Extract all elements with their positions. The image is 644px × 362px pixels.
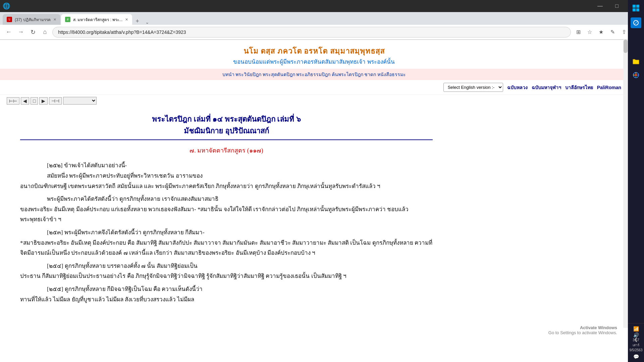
para-254-line2: รู้จักสัมมาทิฐิว่าสัมมาทิฐิ ความรู้ของเธ… — [206, 273, 346, 279]
version-btn-3[interactable]: บาลีอักษรไทย — [565, 84, 593, 91]
window-icon: 🌐 — [3, 2, 10, 10]
first-page-button[interactable]: ⊢⊢ — [7, 97, 19, 105]
svg-rect-1 — [636, 5, 639, 8]
share-button[interactable]: ⇧ — [619, 27, 629, 37]
prev-page-button[interactable]: ◀ — [21, 97, 29, 105]
volume-icon: 🔊 — [633, 332, 639, 338]
forward-button[interactable]: → — [16, 27, 25, 37]
para-252-cont-line2: ของพระอริยะ อันมีเหตุ มีองค์ประกอบ แก่เธ… — [20, 206, 196, 213]
svg-rect-3 — [636, 8, 639, 11]
para-253: [๒๕๓] พระผู้มีพระภาคจึงได้ตรัสดังนี้ว่า … — [20, 228, 433, 258]
new-tab-button[interactable]: + — [133, 18, 142, 25]
tab-menu-button[interactable]: ⌄ — [143, 19, 152, 25]
nav-links-bar: บทนำ พระวินัยปิฎก พระสุตตันตปิฎก พระอภิธ… — [0, 69, 628, 80]
last-page-button[interactable]: ⊣⊣ — [49, 97, 62, 105]
system-time: 3:57 — [633, 338, 639, 342]
chapter-title-line1: พระไตรปิฎก เล่มที่ ๑๔ พระสุตตันตปิฎก เล่… — [20, 113, 433, 125]
system-day: เสาร์ — [633, 343, 639, 348]
back-button[interactable]: ← — [4, 27, 13, 37]
para-252-line1: สมัยหนึ่ง พระผู้มีพระภาคประทับอยู่ที่พระ… — [47, 171, 433, 181]
chapter-title: พระไตรปิฎก เล่มที่ ๑๔ พระสุตตันตปิฎก เล่… — [20, 113, 433, 137]
wifi-icon: 📶 — [633, 326, 639, 331]
scroll-thumb[interactable] — [624, 40, 628, 53]
para-252-cont: พระผู้มีพระภาคได้ตรัสดังนี้ว่า ดูกรภิกษุ… — [20, 194, 433, 225]
tab-sutta[interactable]: ส ส. มหาจัตตารีสกสูตร : พระ... ✕ — [61, 14, 132, 25]
edge-browser-icon[interactable] — [631, 17, 641, 28]
site-header: นโม ตสฺส ภควโต อรหโต สมฺมาสมฺพุทธสฺส ขอน… — [0, 40, 628, 69]
favorites-button[interactable]: ★ — [596, 27, 606, 37]
reload-button[interactable]: ↻ — [28, 27, 38, 37]
para-252-num: [๒๕๒] ข้าพเจ้าได้สดับมาอย่างนี้- — [47, 161, 433, 171]
section-title: ๗. มหาจัตตารีสกสูตร (๑๑๗) — [20, 145, 433, 155]
para-252-line2: อนาถบิณฑิกเศรษฐี เขตพระนครสาวัตถี สมัยนั… — [20, 183, 214, 189]
windows-logo-icon[interactable] — [631, 3, 641, 13]
address-bar[interactable] — [52, 27, 571, 38]
page-select[interactable] — [63, 97, 97, 105]
version-btn-4[interactable]: PaliRoman — [597, 85, 621, 90]
tab-close-1[interactable]: ✕ — [53, 17, 56, 22]
svg-rect-2 — [633, 8, 636, 11]
site-subtitle: ขอนอบน้อมแต่พระผู้มีพระภาคอรหันตสัมมาสัม… — [0, 57, 628, 66]
para-252-cont-line1: พระผู้มีพระภาคได้ตรัสดังนี้ว่า ดูกรภิกษุ… — [47, 194, 433, 204]
maximize-button[interactable]: □ — [609, 0, 625, 12]
toolbar-row: Select English version :- ฉบับหลวง ฉบับม… — [0, 80, 628, 95]
tab-pali[interactable]: ป (37) ปฏิสัมภิทามรรค ✕ — [3, 14, 60, 25]
svg-rect-0 — [633, 5, 636, 8]
para-255-line1: ทานที่ให้แล้ว ไม่มีผล ยัญที่บูชาแล้ว ไม่… — [20, 296, 194, 303]
para-255: [๒๕๕] ดูกรภิกษุทั้งหลาย กีมิจฉาทิฐิเป็นโ… — [20, 284, 433, 305]
para-253-line2: สัมมาวาจา สัมมากัมมันตะ สัมมาอาชีวะ สัมม… — [194, 240, 371, 246]
tab-close-2[interactable]: ✕ — [125, 17, 128, 22]
tab-favicon-2: ส — [65, 17, 70, 22]
tab-label-1: (37) ปฏิสัมภิทามรรค — [15, 16, 51, 23]
notification-icon[interactable]: 💬 — [633, 354, 639, 359]
para-255-num: [๒๕๕] ดูกรภิกษุทั้งหลาย กีมิจฉาทิฐิเป็นโ… — [47, 284, 433, 295]
text-body: [๒๕๒] ข้าพเจ้าได้สดับมาอย่างนี้- สมัยหนึ… — [20, 161, 433, 305]
content-area: พระไตรปิฎก เล่มที่ ๑๔ พระสุตตันตปิฎก เล่… — [0, 107, 453, 314]
chapter-title-line2: มัชฌิมนิกาย อุปริปัณณาสก์ — [20, 125, 433, 137]
collections-button[interactable]: ⊞ — [574, 27, 583, 37]
scrollbar[interactable] — [623, 40, 628, 328]
svg-point-5 — [635, 74, 637, 76]
para-254-num: [๒๕๔] ดูกรภิกษุทั้งหลาย บรรดาองค์ทั้ง ๗ … — [47, 261, 433, 272]
para-253-line1: *สมาธิของพระอริยะ อันมีเหตุ มีองค์ประกอบ… — [20, 240, 192, 246]
version-btn-1[interactable]: ฉบับหลวง — [507, 84, 528, 91]
nav-bar: ← → ↻ ⌂ ⊞ ☆ ★ ✎ ⇧ ⋯ — [0, 25, 644, 40]
tab-favicon-1: ป — [7, 17, 12, 22]
nav-links-text: บทนำ พระวินัยปิฎก พระสุตตันตปิฎก พระอภิธ… — [222, 72, 406, 77]
tab-label-2: ส. มหาจัตตารีสกสูตร : พระ... — [73, 16, 123, 23]
tab-bar: ป (37) ปฏิสัมภิทามรรค ✕ ส ส. มหาจัตตารีส… — [0, 12, 644, 25]
nav-arrows-row: ⊢⊢ ◀ □ ▶ ⊣⊣ — [0, 95, 628, 107]
reader-mode-button[interactable]: ✎ — [608, 27, 617, 37]
home-button[interactable]: ⌂ — [40, 27, 50, 37]
para-253-num: [๒๕๓] พระผู้มีพระภาคจึงได้ตรัสดังนี้ว่า … — [47, 228, 433, 238]
minimize-button[interactable]: — — [592, 0, 608, 12]
title-bar: 🌐 — □ ✕ — [0, 0, 644, 12]
para-253-line4: เรียกว่า สัมมาสมาธิของพระอริยะ อันมีเหตุ… — [154, 250, 315, 256]
next-page-button[interactable]: ▶ — [39, 97, 48, 105]
main-content: นโม ตสฺส ภควโต อรหโต สมฺมาสมฺพุทธสฺส ขอน… — [0, 40, 628, 362]
chapter-divider — [20, 139, 433, 140]
favorite-button[interactable]: ☆ — [585, 27, 594, 37]
folder-icon[interactable] — [631, 56, 641, 67]
para-254-line1: ประธาน กีสัมมาทิฐิย่อมเป็นประธานอย่างไร … — [20, 273, 205, 279]
copy-button[interactable]: □ — [31, 97, 38, 105]
chrome-icon[interactable] — [631, 70, 641, 80]
english-version-select[interactable]: Select English version :- — [443, 83, 503, 92]
system-date: 9/5/2563 — [630, 348, 643, 352]
para-252-cont-line3: *สมาธินั้น จงใส่ใจให้ดี เราจักกล่าวต่อไป… — [198, 206, 386, 213]
para-254: [๒๕๔] ดูกรภิกษุทั้งหลาย บรรดาองค์ทั้ง ๗ … — [20, 261, 433, 282]
windows-sidebar: ❮ 📶 🔊 3:57 เสาร์ 9/5/2563 💬 — [628, 0, 644, 362]
para-252: [๒๕๒] ข้าพเจ้าได้สดับมาอย่างนี้- สมัยหนึ… — [20, 161, 433, 191]
version-btn-2[interactable]: ฉบับมหาจุฬาฯ — [532, 84, 561, 91]
site-title: นโม ตสฺส ภควโต อรหโต สมฺมาสมฺพุทธสฺส — [0, 45, 628, 57]
para-252-line3: ภิกษุทั้งหลายว่า ดูกรภิกษุทั้งหลาย ภิกษุ… — [216, 183, 380, 189]
